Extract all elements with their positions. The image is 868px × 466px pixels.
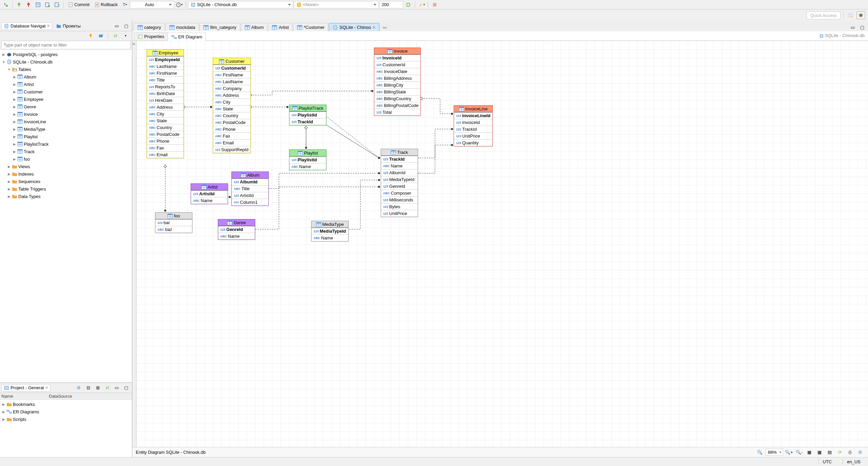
gear-icon[interactable]: ⚙ bbox=[74, 384, 83, 392]
tree-item-foo[interactable]: ▶foo bbox=[0, 155, 132, 163]
close-icon[interactable]: ✕ bbox=[45, 386, 48, 390]
entity-album[interactable]: Album123AlbumIdABCTitle123ArtistId###Col… bbox=[231, 172, 269, 206]
stop-icon[interactable] bbox=[430, 1, 439, 9]
tree-item-sqlite---chinook-db[interactable]: ▼SQLite - Chinook.db bbox=[0, 58, 132, 66]
editor-tab-sqlite---chinoo[interactable]: SQLite - Chinoo✕ bbox=[329, 23, 379, 31]
editor-tab-category[interactable]: category bbox=[134, 23, 165, 31]
collapse-icon[interactable]: ⊟ bbox=[84, 384, 93, 392]
tree-item-sequences[interactable]: ▶Sequences bbox=[0, 178, 132, 185]
maximize-icon[interactable]: ▢ bbox=[858, 23, 867, 31]
editor-tab-mockdata[interactable]: mockdata bbox=[166, 23, 199, 31]
tree-item-indexes[interactable]: ▶Indexes bbox=[0, 170, 132, 178]
close-icon[interactable]: ✕ bbox=[372, 25, 376, 30]
maximize-icon[interactable]: ▢ bbox=[122, 384, 131, 392]
project-item-er-diagrams[interactable]: ▶ER Diagrams bbox=[0, 408, 132, 415]
editor-tab--customer[interactable]: *Customer bbox=[293, 23, 328, 31]
entity-customer[interactable]: Customer123CustomerIdABCFirstNameABCLast… bbox=[213, 58, 251, 153]
minimize-icon[interactable]: ▭ bbox=[112, 22, 121, 30]
schema-combo[interactable]: <None> bbox=[294, 1, 379, 8]
entity-playlisttrack[interactable]: PlaylistTrack123PlaylistId123TrackId bbox=[289, 105, 326, 125]
zoom-in-icon[interactable]: 🔍+ bbox=[785, 448, 793, 456]
tree-item-artist[interactable]: ▶Artist bbox=[0, 80, 132, 88]
expand-icon[interactable]: ⊞ bbox=[93, 384, 102, 392]
fit-icon[interactable]: ▦ bbox=[805, 448, 814, 456]
tree-item-playlisttrack[interactable]: ▶PlaylistTrack bbox=[0, 140, 132, 148]
refresh-diagram-icon[interactable]: ⟳ bbox=[835, 448, 844, 456]
editor-tab-film-category[interactable]: film_category bbox=[200, 23, 240, 31]
settings-icon[interactable]: ⚙ bbox=[856, 448, 865, 456]
entity-genre[interactable]: Genre123GenreIdABCName bbox=[218, 219, 255, 240]
entity-employee[interactable]: Employee123EmployeeIdABCLastNameABCFirst… bbox=[147, 49, 184, 158]
rollback-button[interactable]: Rollback bbox=[92, 1, 120, 9]
highlight-icon[interactable]: ▾ bbox=[417, 1, 426, 9]
entity-playlist[interactable]: Playlist123PlaylistIdABCName bbox=[289, 149, 326, 170]
editor-tab-album[interactable]: Album bbox=[241, 23, 268, 31]
tx-mode-icon[interactable]: T▾ bbox=[120, 1, 129, 9]
tree-item-playlist[interactable]: ▶Playlist bbox=[0, 133, 132, 140]
minimize-icon[interactable]: ▭ bbox=[112, 384, 121, 392]
plug-green-icon[interactable] bbox=[15, 1, 23, 9]
tree-item-data-types[interactable]: ▶Data Types bbox=[0, 193, 132, 200]
quick-access-input[interactable]: Quick Access bbox=[807, 12, 841, 19]
search-icon[interactable]: 🔍 bbox=[755, 448, 764, 456]
export-icon[interactable]: ⎙ bbox=[846, 448, 854, 456]
tree-item-tables[interactable]: ▼Tables bbox=[0, 66, 132, 73]
tab-overflow[interactable]: »₅ bbox=[381, 23, 388, 31]
sub-tab-er-diagram[interactable]: ER Diagram bbox=[168, 33, 206, 41]
editor-tab-artist[interactable]: Artist bbox=[268, 23, 293, 31]
tree-item-postgresql---postgres[interactable]: ▶PostgreSQL - postgres bbox=[0, 51, 132, 58]
zoom-combo[interactable]: 88% bbox=[766, 449, 783, 456]
dbeaver-perspective-icon[interactable] bbox=[856, 11, 865, 19]
zoom-out-icon[interactable]: 🔍- bbox=[795, 448, 804, 456]
maximize-icon[interactable]: ▢ bbox=[122, 22, 131, 30]
sql-new-icon[interactable] bbox=[43, 1, 52, 9]
datasource-combo[interactable]: SQLite - Chinook.db bbox=[188, 1, 293, 8]
filter-input[interactable] bbox=[1, 41, 131, 49]
row-limit-input[interactable] bbox=[379, 1, 403, 8]
plug-red-icon[interactable] bbox=[24, 1, 33, 9]
commit-button[interactable]: Commit bbox=[66, 1, 92, 9]
project-item-bookmarks[interactable]: ▶Bookmarks bbox=[0, 400, 132, 408]
refresh-icon[interactable] bbox=[404, 1, 413, 9]
new-connection-icon[interactable] bbox=[1, 1, 10, 9]
entity-artist[interactable]: Artist123ArtistIdABCName bbox=[191, 183, 228, 204]
svg-rect-103 bbox=[174, 37, 176, 39]
projects-tab[interactable]: Проекты bbox=[54, 22, 83, 30]
project-tab[interactable]: Project - General ✕ bbox=[1, 384, 51, 392]
layout-icon[interactable]: ▤ bbox=[825, 448, 834, 456]
tree-item-mediatype[interactable]: ▶MediaType bbox=[0, 125, 132, 133]
plug-icon[interactable] bbox=[86, 32, 95, 40]
tree-item-customer[interactable]: ▶Customer bbox=[0, 88, 132, 95]
tree-item-table-triggers[interactable]: ▶Table Triggers bbox=[0, 185, 132, 193]
new-folder-icon[interactable]: + bbox=[96, 32, 105, 40]
entity-invoice[interactable]: Invoice123InvoiceId123CustomerIdABCInvoi… bbox=[374, 48, 421, 116]
entity-invoiceline[interactable]: InvoiceLine123InvoiceLineId123InvoiceId1… bbox=[454, 105, 493, 146]
tree-item-employee[interactable]: ▶Employee bbox=[0, 95, 132, 103]
link-icon[interactable]: ⇄ bbox=[103, 384, 112, 392]
grid-icon[interactable]: ▦ bbox=[815, 448, 824, 456]
navigator-tab[interactable]: Database Navigat ✕ bbox=[1, 22, 52, 30]
tree-item-genre[interactable]: ▶Genre bbox=[0, 103, 132, 110]
status-bar: UTC en_US bbox=[0, 457, 868, 466]
palette-toggle[interactable]: ▷ bbox=[132, 41, 136, 447]
minimize-icon[interactable]: ▭ bbox=[848, 23, 857, 31]
tree-item-album[interactable]: ▶Album bbox=[0, 73, 132, 80]
tree-item-invoiceline[interactable]: ▶InvoiceLine bbox=[0, 118, 132, 125]
tx-auto-combo[interactable]: Auto bbox=[130, 1, 174, 8]
sub-tab-properties[interactable]: Properties bbox=[134, 32, 168, 40]
project-item-scripts[interactable]: ▶Scripts bbox=[0, 415, 132, 423]
menu-icon[interactable]: ▾ bbox=[121, 32, 130, 40]
close-icon[interactable]: ✕ bbox=[47, 24, 50, 28]
tree-item-views[interactable]: ▶Views bbox=[0, 163, 132, 170]
sql-recent-icon[interactable]: + bbox=[53, 1, 61, 9]
sql-editor-icon[interactable] bbox=[34, 1, 42, 9]
history-icon[interactable]: ▾ bbox=[175, 1, 184, 9]
link-icon[interactable]: ⇄ bbox=[111, 32, 120, 40]
entity-foo[interactable]: foo123barABCbaz bbox=[155, 212, 192, 233]
perspective-icon[interactable] bbox=[846, 11, 855, 19]
tree-item-track[interactable]: ▶Track bbox=[0, 148, 132, 155]
er-diagram-canvas[interactable]: Employee123EmployeeIdABCLastNameABCFirst… bbox=[136, 41, 868, 447]
tree-item-invoice[interactable]: ▶Invoice bbox=[0, 110, 132, 118]
entity-mediatype[interactable]: MediaType123MediaTypeIdABCName bbox=[311, 221, 348, 241]
entity-track[interactable]: Track123TrackIdABCName123AlbumId123Media… bbox=[381, 149, 418, 217]
